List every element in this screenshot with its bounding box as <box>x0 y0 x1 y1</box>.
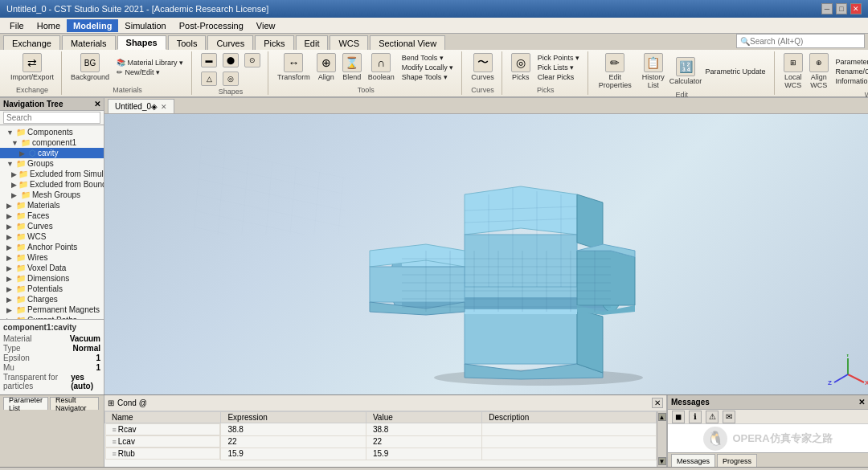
bend-tools-button[interactable]: Bend Tools ▾ <box>399 53 457 63</box>
msg-tab-progress[interactable]: Progress <box>717 454 757 467</box>
tree-item-potentials[interactable]: ▶ 📁 Potentials <box>0 284 104 294</box>
properties-title: component1:cavity <box>3 323 100 332</box>
viewport-tab-main[interactable]: Untitled_0◈ ✕ <box>108 99 174 113</box>
properties-panel: component1:cavity Material Vacuum Type N… <box>0 319 104 394</box>
modify-locally-button[interactable]: Modify Locally ▾ <box>399 63 457 72</box>
tab-curves[interactable]: Curves <box>207 35 253 50</box>
background-button[interactable]: BG Background <box>68 51 112 83</box>
material-library-button[interactable]: 📚 Material Library ▾ <box>113 58 186 67</box>
edit-properties-button[interactable]: ✏ Edit Properties <box>595 51 636 91</box>
menu-view[interactable]: View <box>250 19 282 32</box>
close-button[interactable]: ✕ <box>850 3 862 14</box>
search-input[interactable] <box>750 37 854 46</box>
parameters-button[interactable]: Parameters ▾ <box>833 57 868 67</box>
msg-tab-messages[interactable]: Messages <box>671 454 715 467</box>
msg-mail-icon[interactable]: ✉ <box>723 411 735 423</box>
picks-button[interactable]: ◎ Picks <box>509 51 533 83</box>
tab-tools[interactable]: Tools <box>168 35 207 50</box>
minimize-button[interactable]: ─ <box>821 3 833 14</box>
tree-item-wcs[interactable]: ▶ 📁 WCS <box>0 231 104 242</box>
msg-clear-icon[interactable]: ◼ <box>672 411 685 423</box>
title-text: Untitled_0 - CST Studio Suite 2021 - [Ac… <box>6 4 268 14</box>
shape-cone-button[interactable]: △ <box>199 70 219 88</box>
tree-item-voxel[interactable]: ▶ 📁 Voxel Data <box>0 263 104 273</box>
tree-item-components[interactable]: ▼ 📁 Components <box>0 127 104 137</box>
tree-item-cavity[interactable]: ▶ ⬡ cavity <box>0 148 104 158</box>
param-close[interactable]: ✕ <box>652 398 663 408</box>
clear-picks-button[interactable]: Clear Picks <box>534 72 583 82</box>
tree-item-excl-sim[interactable]: ▶ 📁 Excluded from Simulation <box>0 169 104 179</box>
tree-item-charges[interactable]: ▶ 📁 Charges <box>0 294 104 304</box>
param-scrollbar[interactable]: ▲ ▼ <box>657 411 666 467</box>
align-button[interactable]: ⊕ Align <box>314 51 338 83</box>
import-export-button[interactable]: ⇄ Import/Export <box>8 51 56 83</box>
msg-warn-icon[interactable]: ⚠ <box>706 411 719 423</box>
tree-item-curves[interactable]: ▶ 📁 Curves <box>0 221 104 231</box>
shape-brick-button[interactable]: ▬ <box>199 51 219 69</box>
bottom-nav-tab-param[interactable]: Parameter List <box>3 397 48 410</box>
tree-item-dimensions[interactable]: ▶ 📁 Dimensions <box>0 273 104 284</box>
shape-torus-button[interactable]: ◎ <box>220 70 241 88</box>
calculator-button[interactable]: 🔢 Calculator <box>671 55 701 87</box>
param-row-rtub[interactable]: ≡ Rtub 15.9 15.9 <box>105 448 657 460</box>
boolean-button[interactable]: ∩ Boolean <box>366 51 397 83</box>
nav-tree-search[interactable] <box>0 111 104 125</box>
tab-edit[interactable]: Edit <box>296 35 329 50</box>
col-description: Description <box>482 412 657 423</box>
group-wcs: ⊞ Local WCS ⊕ Align WCS Parameters ▾ Ren… <box>776 51 868 95</box>
tree-item-faces[interactable]: ▶ 📁 Faces <box>0 210 104 221</box>
menu-home[interactable]: Home <box>31 19 67 32</box>
shape-torus-icon: ◎ <box>223 72 239 86</box>
parametric-update-button[interactable]: Parametric Update <box>702 67 768 76</box>
pick-lists-button[interactable]: Pick Lists ▾ <box>534 63 583 72</box>
shape-tools-button[interactable]: Shape Tools ▾ <box>399 72 457 82</box>
param-row-rcav[interactable]: ≡ Rcav 38.8 38.8 <box>105 423 657 436</box>
rename-change-button[interactable]: Rename/Change ▾ <box>833 67 868 76</box>
nav-tree-close[interactable]: ✕ <box>94 100 100 108</box>
tab-picks[interactable]: Picks <box>255 35 293 50</box>
search-bar[interactable]: 🔍 <box>736 34 865 48</box>
pick-points-button[interactable]: Pick Points ▾ <box>534 53 583 63</box>
history-list-button[interactable]: 📋 History List <box>637 51 669 91</box>
menu-simulation[interactable]: Simulation <box>118 19 172 32</box>
param-table[interactable]: Name Expression Value Description ≡ Rcav… <box>104 411 657 467</box>
information-button[interactable]: Information <box>833 76 868 86</box>
msg-info-icon[interactable]: ℹ <box>689 411 702 423</box>
shape-cyl-icon: ⊙ <box>244 53 260 67</box>
tree-item-groups[interactable]: ▼ 📁 Groups <box>0 158 104 169</box>
tree-item-mesh-groups[interactable]: ▶ 📁 Mesh Groups <box>0 190 104 200</box>
maximize-button[interactable]: □ <box>836 3 847 14</box>
messages-close[interactable]: ✕ <box>858 398 865 407</box>
svg-text:X: X <box>865 379 868 386</box>
tree-item-wires[interactable]: ▶ 📁 Wires <box>0 252 104 263</box>
curves-button[interactable]: 〜 Curves <box>469 51 497 83</box>
tab-exchange[interactable]: Exchange <box>3 35 60 50</box>
tab-shapes[interactable]: Shapes <box>117 35 166 50</box>
tab-materials[interactable]: Materials <box>62 35 116 50</box>
shape-cyl-button[interactable]: ⊙ <box>242 51 263 69</box>
nav-search-input[interactable] <box>3 112 100 124</box>
tree-item-anchor-points[interactable]: ▶ 📁 Anchor Points <box>0 242 104 252</box>
tab-wcs[interactable]: WCS <box>330 35 368 50</box>
new-edit-button[interactable]: ✏ New/Edit ▾ <box>113 67 186 77</box>
tree-item-component1[interactable]: ▼ 📁 component1 <box>0 137 104 148</box>
local-wcs-button[interactable]: ⊞ Local WCS <box>781 51 805 91</box>
viewport-tab-close[interactable]: ✕ <box>161 103 167 111</box>
tree-item-excl-bb[interactable]: ▶ 📁 Excluded from Bounding Bo <box>0 179 104 190</box>
bottom-nav-tab-result[interactable]: Result Navigator <box>50 397 99 410</box>
blend-button[interactable]: ⌛ Blend <box>340 51 364 83</box>
tab-sectional[interactable]: Sectional View <box>370 35 445 50</box>
menu-file[interactable]: File <box>3 19 31 32</box>
prop-type: Type Normal <box>3 344 100 353</box>
menu-postprocessing[interactable]: Post-Processing <box>173 19 250 32</box>
align-wcs-button[interactable]: ⊕ Align WCS <box>807 51 831 91</box>
group-curves: 〜 Curves Curves <box>464 51 502 95</box>
tree-item-materials[interactable]: ▶ 📁 Materials <box>0 200 104 210</box>
tree-item-perm-magnets[interactable]: ▶ 📁 Permanent Magnets <box>0 304 104 315</box>
transform-button[interactable]: ↔ Transform <box>275 51 313 83</box>
menu-modeling[interactable]: Modeling <box>67 19 118 32</box>
viewport-3d[interactable]: X Y Z <box>104 114 868 394</box>
shape-sphere-button[interactable]: ⬤ <box>220 51 241 69</box>
param-row-lcav[interactable]: ≡ Lcav 22 22 <box>105 435 657 448</box>
svg-text:Z: Z <box>828 379 832 386</box>
